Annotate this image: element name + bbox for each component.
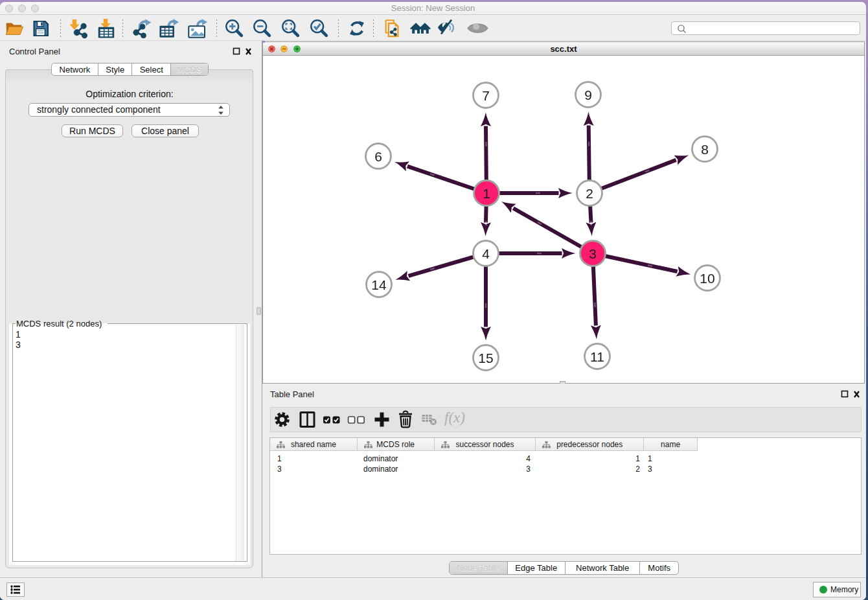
svg-text:10: 10 [700, 271, 714, 286]
svg-text:8: 8 [701, 142, 709, 157]
svg-text:6: 6 [374, 149, 382, 164]
svg-text:1: 1 [483, 186, 490, 201]
svg-text:15: 15 [478, 351, 493, 365]
svg-text:7: 7 [482, 88, 490, 103]
svg-text:2: 2 [586, 186, 593, 201]
svg-text:4: 4 [482, 246, 490, 261]
svg-text:14: 14 [371, 277, 387, 292]
svg-text:9: 9 [584, 87, 592, 102]
svg-text:3: 3 [589, 246, 597, 261]
svg-text:11: 11 [590, 349, 604, 364]
